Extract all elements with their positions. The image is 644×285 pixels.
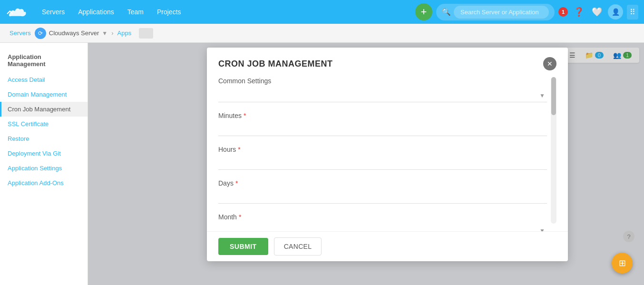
sidebar-item-application-settings[interactable]: Application Settings [0, 161, 88, 176]
minutes-label: Minutes * [218, 112, 547, 119]
modal-footer: SUBMIT CANCEL [207, 231, 568, 261]
days-label: Days * [218, 179, 547, 187]
fab-icon: ⊞ [619, 258, 626, 268]
breadcrumb-servers[interactable]: Servers [10, 29, 31, 37]
breadcrumb: Servers ⟳ Cloudways Server ▼ › Apps [0, 24, 644, 43]
breadcrumb-apps[interactable]: Apps [117, 29, 132, 37]
days-required-star: * [235, 179, 238, 187]
modal-body: Common Settings Every Minute Every Hour … [207, 77, 568, 231]
modal-close-button[interactable]: ✕ [543, 57, 556, 70]
modal-form: Common Settings Every Minute Every Hour … [218, 77, 551, 224]
cancel-button[interactable]: CANCEL [274, 237, 322, 256]
sidebar-item-ssl-certificate[interactable]: SSL Certificate [0, 117, 88, 131]
sidebar-item-deployment-via-git[interactable]: Deployment Via Git [0, 146, 88, 161]
server-icon: ⟳ [35, 28, 46, 39]
nav-team[interactable]: Team [122, 5, 149, 19]
minutes-field: Minutes * [218, 112, 547, 136]
sidebar-item-domain-management[interactable]: Domain Management [0, 87, 88, 102]
add-button[interactable]: + [415, 3, 432, 20]
avatar[interactable]: 👤 [608, 4, 623, 20]
cron-job-modal: CRON JOB MANAGEMENT ✕ Common Settings Ev… [207, 48, 568, 261]
common-settings-field: Common Settings Every Minute Every Hour … [218, 77, 547, 102]
sidebar: Application Management Access Detail Dom… [0, 43, 88, 285]
month-required-star: * [239, 213, 241, 221]
month-select[interactable]: January February March Every Month (*) [218, 224, 547, 231]
nav-applications[interactable]: Applications [72, 5, 120, 19]
nav-projects[interactable]: Projects [151, 5, 187, 19]
modal-title: CRON JOB MANAGEMENT [218, 59, 333, 69]
modal-scrollbar-thumb [551, 77, 556, 115]
help-icon[interactable]: ❓ [572, 5, 586, 19]
common-settings-label: Common Settings [218, 77, 547, 85]
sidebar-section-title: Application Management [0, 50, 88, 72]
sidebar-item-application-add-ons[interactable]: Application Add-Ons [0, 176, 88, 190]
month-select-wrapper: January February March Every Month (*) ▼ [218, 224, 547, 231]
main-area: Application Management Access Detail Dom… [0, 43, 644, 285]
search-input[interactable] [454, 6, 549, 19]
submit-button[interactable]: SUBMIT [218, 238, 268, 255]
minutes-required-star: * [244, 112, 246, 119]
month-label: Month * [218, 213, 547, 221]
common-settings-select-wrapper: Every Minute Every Hour Every Day Custom… [218, 88, 547, 102]
fab-button[interactable]: ⊞ [612, 253, 633, 274]
topnav: Servers Applications Team Projects + 🔍 1… [0, 0, 644, 24]
hours-required-star: * [238, 146, 240, 153]
month-field: Month * January February March Every Mon… [218, 213, 547, 231]
breadcrumb-server: ⟳ Cloudways Server ▼ [35, 28, 107, 39]
nav-links: Servers Applications Team Projects [36, 5, 415, 19]
days-field: Days * [218, 179, 547, 204]
search-icon: 🔍 [442, 8, 451, 16]
nav-right: + 🔍 1 ❓ 🤍 👤 ⠿ [415, 3, 638, 20]
hours-input[interactable] [218, 156, 547, 170]
nav-servers[interactable]: Servers [36, 5, 70, 19]
notification-badge[interactable]: 1 [558, 7, 568, 17]
hours-label: Hours * [218, 146, 547, 153]
content-area: ☰ 📁 0 👥 1 ? CRON JOB MANAGEMENT ✕ [88, 43, 644, 285]
server-name: Cloudways Server [49, 29, 99, 37]
sidebar-item-access-detail[interactable]: Access Detail [0, 72, 88, 87]
hours-field: Hours * [218, 146, 547, 170]
sidebar-item-cron-job-management[interactable]: Cron Job Management [0, 102, 88, 117]
days-input[interactable] [218, 190, 547, 204]
heart-icon[interactable]: 🤍 [590, 5, 604, 19]
app-thumbnail [139, 28, 153, 39]
minutes-input[interactable] [218, 122, 547, 136]
modal-scrollbar[interactable] [551, 77, 556, 224]
common-settings-select[interactable]: Every Minute Every Hour Every Day Custom [218, 88, 547, 102]
logo[interactable] [6, 5, 27, 19]
apps-grid-icon[interactable]: ⠿ [627, 5, 638, 20]
server-dropdown-icon[interactable]: ▼ [102, 30, 107, 37]
breadcrumb-chevron-icon: › [111, 29, 113, 37]
sidebar-item-restore[interactable]: Restore [0, 131, 88, 146]
modal-header: CRON JOB MANAGEMENT ✕ [207, 48, 568, 77]
